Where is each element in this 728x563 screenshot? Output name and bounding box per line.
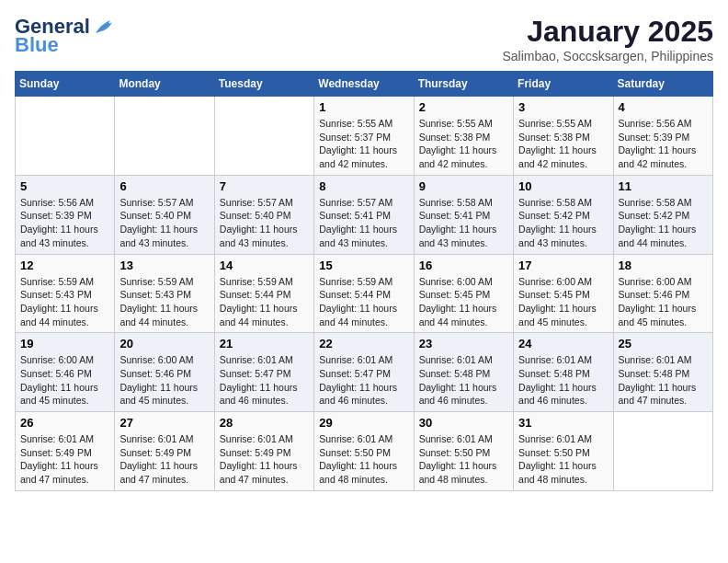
weekday-header-row: SundayMondayTuesdayWednesdayThursdayFrid… bbox=[16, 72, 713, 97]
day-number: 18 bbox=[619, 259, 708, 272]
weekday-header-saturday: Saturday bbox=[613, 72, 712, 97]
day-info: Sunrise: 5:58 AM Sunset: 5:42 PM Dayligh… bbox=[518, 196, 608, 250]
calendar-week-5: 26Sunrise: 6:01 AM Sunset: 5:49 PM Dayli… bbox=[16, 412, 713, 491]
calendar-cell: 13Sunrise: 5:59 AM Sunset: 5:43 PM Dayli… bbox=[115, 254, 214, 333]
calendar-table: SundayMondayTuesdayWednesdayThursdayFrid… bbox=[15, 71, 713, 491]
calendar-cell: 7Sunrise: 5:57 AM Sunset: 5:40 PM Daylig… bbox=[214, 175, 313, 254]
day-number: 26 bbox=[20, 416, 109, 430]
calendar-cell: 16Sunrise: 6:00 AM Sunset: 5:45 PM Dayli… bbox=[414, 254, 513, 333]
day-info: Sunrise: 5:57 AM Sunset: 5:40 PM Dayligh… bbox=[119, 196, 209, 250]
day-number: 21 bbox=[220, 337, 309, 350]
page-header: General Blue January 2025 Salimbao, Socc… bbox=[15, 15, 713, 63]
calendar-cell: 1Sunrise: 5:55 AM Sunset: 5:37 PM Daylig… bbox=[314, 97, 414, 176]
calendar-week-4: 19Sunrise: 6:00 AM Sunset: 5:46 PM Dayli… bbox=[16, 333, 713, 412]
day-number: 22 bbox=[319, 337, 408, 350]
calendar-cell: 24Sunrise: 6:01 AM Sunset: 5:48 PM Dayli… bbox=[514, 333, 613, 412]
calendar-title: January 2025 bbox=[502, 15, 713, 49]
day-number: 19 bbox=[20, 337, 109, 350]
calendar-cell: 12Sunrise: 5:59 AM Sunset: 5:43 PM Dayli… bbox=[16, 254, 115, 333]
day-info: Sunrise: 5:56 AM Sunset: 5:39 PM Dayligh… bbox=[619, 117, 708, 171]
day-number: 16 bbox=[419, 259, 508, 272]
calendar-cell: 23Sunrise: 6:01 AM Sunset: 5:48 PM Dayli… bbox=[414, 333, 513, 412]
day-info: Sunrise: 6:01 AM Sunset: 5:49 PM Dayligh… bbox=[119, 432, 209, 487]
calendar-cell: 18Sunrise: 6:00 AM Sunset: 5:46 PM Dayli… bbox=[613, 254, 712, 333]
calendar-cell: 21Sunrise: 6:01 AM Sunset: 5:47 PM Dayli… bbox=[214, 333, 313, 412]
calendar-cell: 2Sunrise: 5:55 AM Sunset: 5:38 PM Daylig… bbox=[414, 97, 513, 176]
day-number: 31 bbox=[518, 416, 608, 430]
calendar-cell: 3Sunrise: 5:55 AM Sunset: 5:38 PM Daylig… bbox=[514, 97, 613, 176]
calendar-cell: 4Sunrise: 5:56 AM Sunset: 5:39 PM Daylig… bbox=[613, 97, 712, 176]
day-number: 9 bbox=[419, 179, 508, 193]
calendar-cell: 22Sunrise: 6:01 AM Sunset: 5:47 PM Dayli… bbox=[314, 333, 414, 412]
calendar-cell: 14Sunrise: 5:59 AM Sunset: 5:44 PM Dayli… bbox=[214, 254, 313, 333]
weekday-header-monday: Monday bbox=[115, 72, 214, 97]
title-block: January 2025 Salimbao, Soccsksargen, Phi… bbox=[502, 15, 713, 63]
calendar-cell bbox=[613, 412, 712, 491]
day-info: Sunrise: 6:00 AM Sunset: 5:46 PM Dayligh… bbox=[619, 275, 708, 329]
calendar-cell: 27Sunrise: 6:01 AM Sunset: 5:49 PM Dayli… bbox=[115, 412, 214, 491]
day-info: Sunrise: 5:57 AM Sunset: 5:41 PM Dayligh… bbox=[319, 196, 408, 250]
calendar-cell: 9Sunrise: 5:58 AM Sunset: 5:41 PM Daylig… bbox=[414, 175, 513, 254]
weekday-header-sunday: Sunday bbox=[16, 72, 115, 97]
calendar-cell: 30Sunrise: 6:01 AM Sunset: 5:50 PM Dayli… bbox=[414, 412, 513, 491]
day-number: 1 bbox=[319, 100, 408, 114]
day-number: 13 bbox=[119, 259, 209, 272]
day-info: Sunrise: 6:00 AM Sunset: 5:46 PM Dayligh… bbox=[119, 353, 209, 408]
calendar-cell: 15Sunrise: 5:59 AM Sunset: 5:44 PM Dayli… bbox=[314, 254, 414, 333]
day-info: Sunrise: 5:59 AM Sunset: 5:44 PM Dayligh… bbox=[220, 275, 309, 329]
day-info: Sunrise: 5:58 AM Sunset: 5:42 PM Dayligh… bbox=[619, 196, 708, 250]
calendar-cell: 10Sunrise: 5:58 AM Sunset: 5:42 PM Dayli… bbox=[514, 175, 613, 254]
day-info: Sunrise: 6:01 AM Sunset: 5:50 PM Dayligh… bbox=[518, 432, 608, 487]
day-info: Sunrise: 5:55 AM Sunset: 5:38 PM Dayligh… bbox=[419, 117, 508, 171]
weekday-header-wednesday: Wednesday bbox=[314, 72, 414, 97]
calendar-cell: 25Sunrise: 6:01 AM Sunset: 5:48 PM Dayli… bbox=[613, 333, 712, 412]
day-info: Sunrise: 5:59 AM Sunset: 5:43 PM Dayligh… bbox=[20, 275, 109, 329]
calendar-cell: 8Sunrise: 5:57 AM Sunset: 5:41 PM Daylig… bbox=[314, 175, 414, 254]
day-info: Sunrise: 6:01 AM Sunset: 5:48 PM Dayligh… bbox=[518, 353, 608, 408]
calendar-week-1: 1Sunrise: 5:55 AM Sunset: 5:37 PM Daylig… bbox=[16, 97, 713, 176]
day-info: Sunrise: 5:59 AM Sunset: 5:43 PM Dayligh… bbox=[119, 275, 209, 329]
day-info: Sunrise: 6:00 AM Sunset: 5:45 PM Dayligh… bbox=[419, 275, 508, 329]
day-number: 24 bbox=[518, 337, 608, 350]
calendar-cell: 6Sunrise: 5:57 AM Sunset: 5:40 PM Daylig… bbox=[115, 175, 214, 254]
day-info: Sunrise: 6:01 AM Sunset: 5:50 PM Dayligh… bbox=[419, 432, 508, 487]
day-info: Sunrise: 6:01 AM Sunset: 5:48 PM Dayligh… bbox=[619, 353, 708, 408]
weekday-header-thursday: Thursday bbox=[414, 72, 513, 97]
day-info: Sunrise: 6:01 AM Sunset: 5:47 PM Dayligh… bbox=[220, 353, 309, 408]
day-info: Sunrise: 6:01 AM Sunset: 5:48 PM Dayligh… bbox=[419, 353, 508, 408]
calendar-cell: 28Sunrise: 6:01 AM Sunset: 5:49 PM Dayli… bbox=[214, 412, 313, 491]
day-number: 23 bbox=[419, 337, 508, 350]
calendar-cell: 29Sunrise: 6:01 AM Sunset: 5:50 PM Dayli… bbox=[314, 412, 414, 491]
weekday-header-tuesday: Tuesday bbox=[214, 72, 313, 97]
calendar-cell: 5Sunrise: 5:56 AM Sunset: 5:39 PM Daylig… bbox=[16, 175, 115, 254]
day-info: Sunrise: 5:58 AM Sunset: 5:41 PM Dayligh… bbox=[419, 196, 508, 250]
day-number: 5 bbox=[20, 179, 109, 193]
day-info: Sunrise: 5:55 AM Sunset: 5:37 PM Dayligh… bbox=[319, 117, 408, 171]
day-info: Sunrise: 6:01 AM Sunset: 5:47 PM Dayligh… bbox=[319, 353, 408, 408]
logo-blue: Blue bbox=[15, 33, 59, 57]
day-number: 28 bbox=[220, 416, 309, 430]
day-number: 4 bbox=[619, 100, 708, 114]
day-number: 8 bbox=[319, 179, 408, 193]
day-info: Sunrise: 6:01 AM Sunset: 5:49 PM Dayligh… bbox=[220, 432, 309, 487]
day-number: 2 bbox=[419, 100, 508, 114]
day-info: Sunrise: 5:57 AM Sunset: 5:40 PM Dayligh… bbox=[220, 196, 309, 250]
calendar-cell: 20Sunrise: 6:00 AM Sunset: 5:46 PM Dayli… bbox=[115, 333, 214, 412]
calendar-cell bbox=[214, 97, 313, 176]
logo: General Blue bbox=[15, 15, 118, 57]
day-number: 17 bbox=[518, 259, 608, 272]
day-number: 27 bbox=[119, 416, 209, 430]
day-info: Sunrise: 5:55 AM Sunset: 5:38 PM Dayligh… bbox=[518, 117, 608, 171]
day-number: 11 bbox=[619, 179, 708, 193]
day-info: Sunrise: 6:00 AM Sunset: 5:46 PM Dayligh… bbox=[20, 353, 109, 408]
day-number: 25 bbox=[619, 337, 708, 350]
day-number: 29 bbox=[319, 416, 408, 430]
day-info: Sunrise: 5:56 AM Sunset: 5:39 PM Dayligh… bbox=[20, 196, 109, 250]
calendar-cell: 17Sunrise: 6:00 AM Sunset: 5:45 PM Dayli… bbox=[514, 254, 613, 333]
weekday-header-friday: Friday bbox=[514, 72, 613, 97]
calendar-subtitle: Salimbao, Soccsksargen, Philippines bbox=[502, 49, 713, 63]
day-number: 20 bbox=[119, 337, 209, 350]
day-number: 12 bbox=[20, 259, 109, 272]
calendar-cell bbox=[16, 97, 115, 176]
day-info: Sunrise: 6:01 AM Sunset: 5:50 PM Dayligh… bbox=[319, 432, 408, 487]
